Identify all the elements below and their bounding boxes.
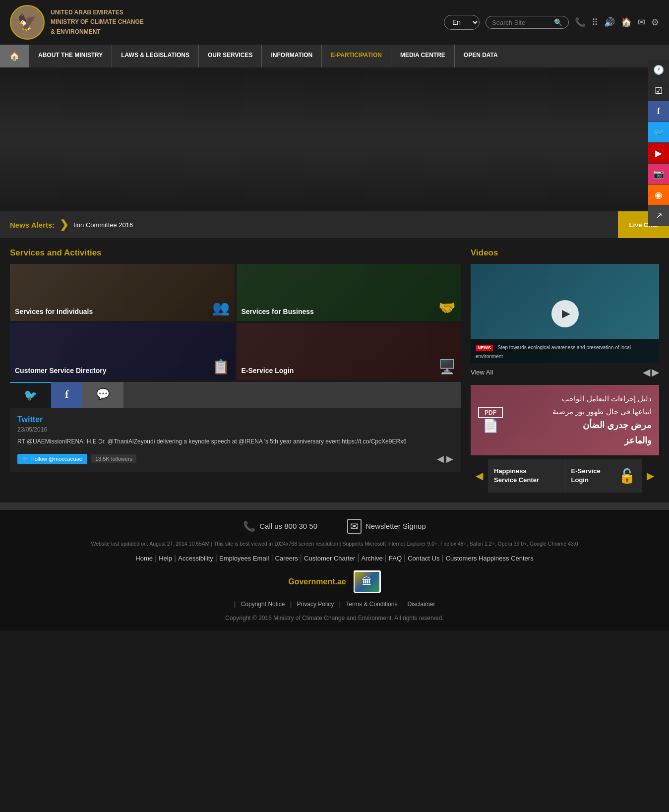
happiness-label: HappinessService Center — [494, 467, 539, 485]
view-all-bar: View All ◀ ▶ — [471, 363, 659, 381]
footer-link-disclaimer[interactable]: Disclaimer — [407, 601, 435, 608]
sidebar-clock-item[interactable]: 🕐 — [648, 60, 669, 80]
banner-image — [0, 67, 669, 211]
news-alerts-label: News Alerts: — [10, 221, 55, 229]
phone-circle-icon: 📞 — [243, 520, 255, 532]
nav-item-opendata[interactable]: OPEN DATA — [454, 45, 507, 67]
footer-link-careers[interactable]: Careers — [275, 555, 298, 562]
scrollbar-area — [0, 502, 669, 509]
monitor-icon: 🖥️ — [438, 359, 456, 375]
quick-link-next[interactable]: ▶ — [642, 459, 659, 492]
arabic-info-card[interactable]: PDF 📄 دليل إجراءات التعامل الواجب اتباعه… — [471, 385, 659, 455]
sidebar-instagram-item[interactable]: 📷 — [648, 164, 669, 185]
services-grid: Services for Individuals 👥 Services for … — [10, 264, 461, 380]
footer-logo-row: Government.ae 🏛 — [10, 570, 659, 593]
quick-link-eservice[interactable]: E-ServiceLogin 🔓 — [565, 459, 642, 492]
service-card-eservice[interactable]: E-Service Login 🖥️ — [237, 323, 461, 380]
footer-link-home[interactable]: Home — [135, 555, 153, 562]
people-icon: 👥 — [212, 300, 230, 316]
sidebar-share-item[interactable]: ↗ — [648, 205, 669, 226]
envelope-icon: ✉ — [347, 519, 362, 534]
directory-icon: 📋 — [212, 359, 230, 375]
sidebar-twitter-item[interactable]: 🐦 — [648, 122, 669, 143]
video-next-arrow[interactable]: ▶ — [652, 366, 659, 378]
right-section: Videos ▶ NEWS Step towards ecological aw… — [471, 248, 659, 493]
sidebar-facebook-item[interactable]: f — [648, 101, 669, 122]
nav-item-eparticipation[interactable]: E-PARTICIPATION — [321, 45, 391, 67]
footer-sep-1: | — [155, 554, 157, 562]
footer-link-happiness[interactable]: Customers Happiness Centers — [446, 555, 534, 562]
quick-link-happiness[interactable]: HappinessService Center — [488, 459, 565, 492]
quick-links-bar: ◀ HappinessService Center E-ServiceLogin… — [471, 459, 659, 492]
main-nav: 🏠 ABOUT THE MINISTRY LAWS & LEGISLATIONS… — [0, 45, 669, 67]
social-tab-twitter[interactable]: 🐦 — [10, 382, 51, 408]
footer-sep-2: | — [174, 554, 176, 562]
footer-sep-bottom-2: | — [290, 600, 292, 609]
social-content: Twitter 23/05/2016 RT @UAEMissionIRENA: … — [10, 408, 461, 472]
sidebar-rss-item[interactable]: ◉ — [648, 185, 669, 205]
facebook-sidebar-icon: f — [657, 106, 660, 117]
footer-link-accessibility[interactable]: Accessibility — [178, 555, 213, 562]
footer-sep-3: | — [215, 554, 217, 562]
videos-title: Videos — [471, 248, 659, 258]
home-icon[interactable]: 🏠 — [621, 17, 632, 28]
service-overlay: Services for Individuals 👥 — [10, 264, 235, 321]
nav-home-btn[interactable]: 🏠 — [0, 45, 29, 67]
sidebar-youtube-item[interactable]: ▶ — [648, 143, 669, 164]
clock-icon: 🕐 — [653, 64, 664, 75]
footer-link-charter[interactable]: Customer Charter — [304, 555, 355, 562]
social-tab-chat[interactable]: 💬 — [82, 382, 123, 408]
banner — [0, 67, 669, 211]
nav-item-information[interactable]: INFORMATION — [261, 45, 321, 67]
service-card-business[interactable]: Services for Business 🤝 — [237, 264, 461, 321]
footer-link-email[interactable]: Employees Email — [219, 555, 269, 562]
social-next-arrow[interactable]: ▶ — [446, 453, 453, 464]
nav-item-laws[interactable]: LAWS & LEGISLATIONS — [112, 45, 198, 67]
footer-link-faq[interactable]: FAQ — [389, 555, 402, 562]
play-button[interactable]: ▶ — [551, 300, 579, 327]
handshake-icon: 🤝 — [438, 300, 456, 316]
follow-button[interactable]: 🐦 Follow @moccaeuae — [17, 454, 87, 464]
sidebar-check-item[interactable]: ☑ — [648, 80, 669, 101]
footer-sep-bottom-3: | — [339, 600, 341, 609]
search-input[interactable] — [492, 19, 551, 26]
footer-link-contact[interactable]: Contact Us — [408, 555, 439, 562]
service-eservice-label: E-Service Login — [242, 366, 294, 375]
nav-item-media[interactable]: MEDIA CENTRE — [391, 45, 454, 67]
news-arrow-icon: ❯ — [60, 218, 68, 231]
view-all-link[interactable]: View All — [471, 369, 493, 376]
video-player[interactable]: ▶ NEWS Step towards ecological awareness… — [471, 264, 659, 363]
sitemap-icon: ⠿ — [592, 17, 598, 28]
footer-link-copyright-notice[interactable]: Copyright Notice — [241, 601, 285, 608]
social-tab-facebook[interactable]: f — [51, 382, 82, 408]
mail-icon[interactable]: ✉ — [638, 17, 645, 28]
eservice-login-label: E-ServiceLogin — [571, 467, 601, 485]
nav-item-about[interactable]: ABOUT THE MINISTRY — [29, 45, 112, 67]
social-tabs: 🐦 f 💬 — [10, 382, 461, 408]
footer-sep-9: | — [441, 554, 443, 562]
video-caption-bar: NEWS Step towards ecological awareness a… — [471, 339, 659, 363]
search-icon[interactable]: 🔍 — [554, 18, 562, 26]
news-alerts-bar: News Alerts: ❯ tion Committee 2016 Live … — [0, 211, 669, 238]
settings-icon[interactable]: ⚙ — [651, 17, 659, 28]
footer-link-privacy[interactable]: Privacy Policy — [297, 601, 334, 608]
language-select[interactable]: En Ar — [444, 15, 480, 30]
video-prev-arrow[interactable]: ◀ — [643, 366, 650, 378]
twitter-sidebar-icon: 🐦 — [653, 127, 664, 138]
footer-link-archive[interactable]: Archive — [361, 555, 382, 562]
service-card-individuals[interactable]: Services for Individuals 👥 — [10, 264, 235, 321]
footer-link-help[interactable]: Help — [159, 555, 172, 562]
quick-link-prev[interactable]: ◀ — [471, 459, 488, 492]
footer-contact-row: 📞 Call us 800 30 50 ✉ Newsletter Signup — [10, 519, 659, 534]
social-prev-arrow[interactable]: ◀ — [437, 453, 444, 464]
search-box[interactable]: 🔍 — [486, 16, 569, 29]
gov-logo-text[interactable]: Government.ae — [288, 577, 346, 586]
service-card-directory[interactable]: Customer Service Directory 📋 — [10, 323, 235, 380]
footer-copyright: Copyright © 2016 Ministry of Climate Cha… — [10, 615, 659, 622]
logo-text: UNITED ARAB EMIRATES MINISTRY OF CLIMATE… — [51, 8, 144, 37]
checkbox-icon: ☑ — [655, 85, 663, 96]
footer-link-terms[interactable]: Terms & Conditions — [346, 601, 397, 608]
play-icon: ▶ — [562, 307, 570, 320]
nav-item-services[interactable]: OUR SERVICES — [198, 45, 261, 67]
share-sidebar-icon: ↗ — [655, 210, 663, 221]
